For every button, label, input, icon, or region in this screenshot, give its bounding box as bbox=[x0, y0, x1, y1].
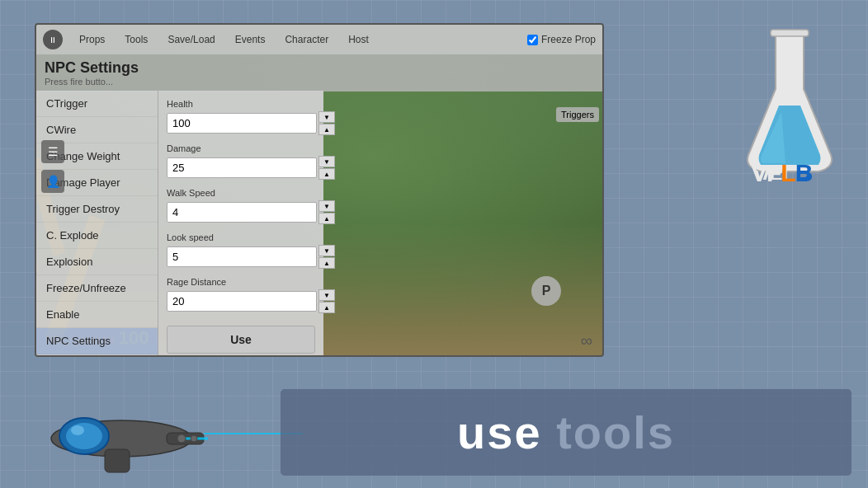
person-button[interactable]: 👤 bbox=[41, 170, 64, 193]
hamburger-icon: ☰ bbox=[48, 145, 59, 158]
rage-distance-down-arrow[interactable]: ▼ bbox=[318, 289, 335, 301]
svg-rect-0 bbox=[771, 30, 809, 36]
hamburger-button[interactable]: ☰ bbox=[41, 140, 64, 163]
damage-field-group: Damage ▼ ▲ bbox=[167, 143, 315, 180]
freeze-prop-container: Freeze Prop bbox=[527, 34, 596, 45]
person-icon: 👤 bbox=[46, 175, 60, 188]
svg-point-5 bbox=[66, 423, 102, 449]
health-label: Health bbox=[167, 99, 315, 109]
npc-title-bar: NPC Settings Press fire butto... bbox=[36, 54, 602, 92]
tab-character[interactable]: Character bbox=[276, 30, 337, 49]
look-speed-input[interactable] bbox=[167, 246, 317, 267]
left-menu-panel: CTrigger CWire Change Weight Damage Play… bbox=[36, 91, 158, 357]
damage-input[interactable] bbox=[167, 157, 317, 178]
tab-props[interactable]: Props bbox=[71, 30, 113, 49]
menu-item-trigger-destroy[interactable]: Trigger Destroy bbox=[36, 196, 158, 223]
health-up-arrow[interactable]: ▲ bbox=[318, 124, 335, 135]
look-speed-up-arrow[interactable]: ▲ bbox=[318, 257, 335, 269]
rage-distance-up-arrow[interactable]: ▲ bbox=[318, 302, 335, 313]
freeze-prop-label: Freeze Prop bbox=[541, 34, 596, 45]
right-settings-panel: Health ▼ ▲ Damage ▼ ▲ Walk Speed bbox=[158, 91, 323, 357]
v-letter: V bbox=[751, 159, 767, 186]
menu-item-ctrigger[interactable]: CTrigger bbox=[36, 91, 158, 117]
p-button[interactable]: P bbox=[531, 276, 561, 306]
svg-point-9 bbox=[177, 434, 186, 443]
health-down-arrow[interactable]: ▼ bbox=[318, 111, 335, 123]
bottom-banner: use tools bbox=[281, 389, 851, 476]
pause-button[interactable]: ⏸ bbox=[43, 30, 63, 49]
health-input[interactable] bbox=[167, 113, 317, 134]
vflb-logo: VFLB bbox=[751, 159, 812, 187]
rage-distance-row: ▼ ▲ bbox=[167, 289, 315, 313]
walk-speed-row: ▼ ▲ bbox=[167, 200, 315, 224]
left-icons-group: ☰ 👤 bbox=[41, 140, 64, 193]
damage-label: Damage bbox=[167, 143, 315, 153]
flask-svg: VFLB bbox=[744, 23, 835, 180]
walk-speed-up-arrow[interactable]: ▲ bbox=[318, 213, 335, 224]
tab-events[interactable]: Events bbox=[227, 30, 274, 49]
menu-item-freeze-unfreeze[interactable]: Freeze/Unfreeze bbox=[36, 275, 158, 302]
b-letter: B bbox=[795, 159, 813, 186]
look-speed-label: Look speed bbox=[167, 232, 315, 242]
svg-point-6 bbox=[71, 425, 84, 435]
triggers-button[interactable]: Triggers bbox=[556, 107, 599, 122]
menu-bar: ⏸ Props Tools Save/Load Events Character… bbox=[36, 25, 602, 54]
look-speed-down-arrow[interactable]: ▼ bbox=[318, 245, 335, 256]
flask-container: VFLB VFLB bbox=[744, 23, 835, 183]
tools-text: tools bbox=[556, 406, 675, 458]
portal-gun-svg bbox=[35, 393, 208, 476]
infinity-icon: ∞ bbox=[581, 331, 592, 350]
look-speed-row: ▼ ▲ bbox=[167, 245, 315, 269]
use-tools-heading: use tools bbox=[457, 406, 675, 459]
walk-speed-arrows: ▼ ▲ bbox=[318, 200, 335, 224]
rage-distance-field-group: Rage Distance ▼ ▲ bbox=[167, 277, 315, 313]
walk-speed-field-group: Walk Speed ▼ ▲ bbox=[167, 188, 315, 224]
portal-gun-area bbox=[35, 393, 208, 476]
tab-tools[interactable]: Tools bbox=[116, 30, 156, 49]
damage-row: ▼ ▲ bbox=[167, 156, 315, 180]
freeze-prop-checkbox[interactable] bbox=[527, 35, 538, 45]
health-row: ▼ ▲ bbox=[167, 111, 315, 135]
look-speed-arrows: ▼ ▲ bbox=[318, 245, 335, 269]
rage-distance-arrows: ▼ ▲ bbox=[318, 289, 335, 313]
damage-down-arrow[interactable]: ▼ bbox=[318, 156, 335, 167]
menu-item-enable[interactable]: Enable bbox=[36, 302, 158, 328]
health-field-group: Health ▼ ▲ bbox=[167, 99, 315, 135]
menu-item-c-explode[interactable]: C. Explode bbox=[36, 223, 158, 249]
damage-arrows: ▼ ▲ bbox=[318, 156, 335, 180]
walk-speed-down-arrow[interactable]: ▼ bbox=[318, 200, 335, 212]
health-arrows: ▼ ▲ bbox=[318, 111, 335, 135]
menu-item-switch-gravity[interactable]: Switch Gravity bbox=[36, 354, 158, 357]
npc-subtitle: Press fire butto... bbox=[45, 77, 594, 87]
npc-title-text: NPC Settings bbox=[45, 59, 139, 76]
svg-point-10 bbox=[191, 435, 197, 442]
use-button[interactable]: Use bbox=[167, 326, 315, 354]
look-speed-field-group: Look speed ▼ ▲ bbox=[167, 232, 315, 269]
walk-speed-input[interactable] bbox=[167, 202, 317, 223]
svg-rect-7 bbox=[105, 449, 130, 472]
f-letter: F bbox=[767, 159, 781, 186]
rage-distance-input[interactable] bbox=[167, 291, 317, 312]
walk-speed-label: Walk Speed bbox=[167, 188, 315, 198]
damage-up-arrow[interactable]: ▲ bbox=[318, 168, 335, 180]
menu-item-explosion[interactable]: Explosion bbox=[36, 249, 158, 275]
use-text: use bbox=[457, 406, 556, 458]
tab-host[interactable]: Host bbox=[340, 30, 377, 49]
game-area: ⏸ Props Tools Save/Load Events Character… bbox=[35, 23, 604, 357]
pause-icon: ⏸ bbox=[49, 35, 57, 45]
tab-saveload[interactable]: Save/Load bbox=[159, 30, 223, 49]
l-letter: L bbox=[781, 159, 795, 186]
menu-item-npc-settings[interactable]: NPC Settings bbox=[36, 328, 158, 354]
rage-distance-label: Rage Distance bbox=[167, 277, 315, 287]
